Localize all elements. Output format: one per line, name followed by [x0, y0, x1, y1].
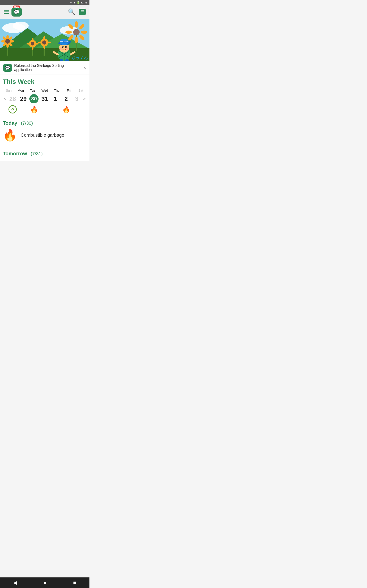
calendar-day-headers: Sun Mon Tue Wed Thu Fri Sat: [3, 88, 87, 93]
new-badge: NEW: [13, 6, 20, 8]
collapse-button[interactable]: ∧: [83, 65, 86, 70]
tomorrow-header: Tomorrow (7/31): [3, 151, 87, 157]
recycle-icon: ♻: [8, 105, 17, 113]
day-header-sun: Sun: [3, 88, 15, 93]
today-header: Today (7/30): [3, 120, 87, 126]
chat-button[interactable]: NEW 💬: [11, 7, 22, 17]
calendar-dates-row: < 28 29 30 31 1 2 3 >: [3, 94, 87, 103]
date-31[interactable]: 31: [40, 95, 50, 103]
nav-right: 🔍 ☰: [68, 8, 86, 15]
svg-point-24: [27, 43, 30, 44]
status-bar: ▼ ▲ 🔋 12:36: [0, 0, 90, 5]
battery-icon: 🔋: [77, 1, 80, 4]
nav-left: NEW 💬: [4, 7, 22, 17]
svg-point-29: [43, 36, 45, 40]
fri-garbage-icon: 🔥: [61, 105, 72, 114]
hero-banner: CHIKUSEI ちっくん: [0, 19, 90, 61]
tomorrow-section: Tomorrow (7/31): [0, 147, 90, 161]
day-header-sat: Sat: [75, 88, 87, 93]
search-icon[interactable]: 🔍: [68, 8, 75, 15]
svg-point-30: [43, 45, 45, 49]
calendar-icons-row: ♻ 🔥 🔥: [3, 105, 87, 117]
clock: 12:36: [81, 1, 87, 4]
svg-point-23: [32, 46, 33, 50]
svg-point-31: [38, 42, 42, 43]
svg-point-39: [81, 31, 87, 34]
date-28[interactable]: 28: [7, 95, 18, 103]
garbage-type-today: Combustible garbage: [21, 132, 64, 138]
day-header-tue: Tue: [27, 88, 39, 93]
thu-garbage-icon: [50, 105, 61, 114]
svg-point-53: [63, 46, 63, 47]
this-week-title: This Week: [3, 78, 87, 86]
svg-text:ちっくん: ちっくん: [71, 55, 88, 60]
list-button[interactable]: ☰: [79, 9, 86, 15]
svg-point-22: [32, 38, 33, 41]
news-chat-icon: 💬: [3, 64, 12, 72]
svg-point-54: [66, 46, 67, 47]
list-icon: ☰: [81, 10, 84, 14]
date-30-circle: 30: [29, 94, 39, 103]
day-header-mon: Mon: [15, 88, 27, 93]
svg-point-32: [47, 42, 51, 43]
svg-point-37: [75, 37, 78, 43]
today-label: Today: [3, 120, 17, 126]
day-header-fri: Fri: [63, 88, 75, 93]
svg-point-38: [65, 31, 72, 34]
this-week-section: This Week Sun Mon Tue Wed Thu Fri Sat < …: [0, 74, 90, 117]
svg-point-35: [73, 29, 80, 35]
date-3[interactable]: 3: [71, 95, 82, 103]
news-text: Released the Garbage Sorting application: [14, 64, 81, 72]
today-date: (7/30): [21, 121, 33, 126]
date-2[interactable]: 2: [61, 95, 72, 103]
svg-point-14: [10, 40, 14, 43]
wed-garbage-icon: [40, 105, 50, 114]
day-header-wed: Wed: [39, 88, 51, 93]
svg-point-21: [31, 42, 34, 45]
wifi-icon: ▼: [70, 1, 72, 4]
svg-point-13: [1, 40, 5, 43]
day-header-thu: Thu: [51, 88, 63, 93]
date-29[interactable]: 29: [18, 95, 29, 103]
chat-icon: 💬: [14, 9, 19, 15]
today-section: Today (7/30) 🔥 Combustible garbage: [0, 117, 90, 147]
mon-garbage-icon: [18, 105, 29, 114]
news-banner: 💬 Released the Garbage Sorting applicati…: [0, 61, 90, 74]
svg-text:CHIKUSEI: CHIKUSEI: [63, 41, 71, 43]
next-week-button[interactable]: >: [82, 96, 87, 101]
tomorrow-date: (7/31): [31, 151, 43, 156]
fire-icon-today: 🔥: [3, 128, 17, 142]
hero-svg: CHIKUSEI ちっくん: [0, 19, 90, 61]
svg-point-11: [6, 35, 9, 39]
hamburger-button[interactable]: [4, 10, 9, 14]
signal-icon: ▲: [73, 1, 76, 4]
today-content: 🔥 Combustible garbage: [3, 128, 87, 144]
svg-point-2: [13, 22, 29, 30]
svg-point-28: [42, 40, 46, 44]
date-1[interactable]: 1: [50, 95, 61, 103]
sat-garbage-icon: [71, 105, 82, 114]
svg-point-36: [75, 21, 78, 27]
top-nav: NEW 💬 🔍 ☰: [0, 5, 90, 19]
status-icons: ▼ ▲ 🔋: [70, 1, 80, 4]
tue-garbage-icon: 🔥: [29, 105, 40, 114]
bottom-spacer: [0, 161, 90, 180]
svg-point-25: [35, 43, 39, 44]
prev-week-button[interactable]: <: [3, 96, 7, 101]
date-30-today[interactable]: 30: [29, 94, 40, 103]
sun-garbage-icon: ♻: [7, 105, 18, 114]
tomorrow-label: Tomorrow: [3, 151, 27, 157]
svg-point-10: [5, 39, 10, 44]
svg-point-12: [6, 44, 9, 48]
